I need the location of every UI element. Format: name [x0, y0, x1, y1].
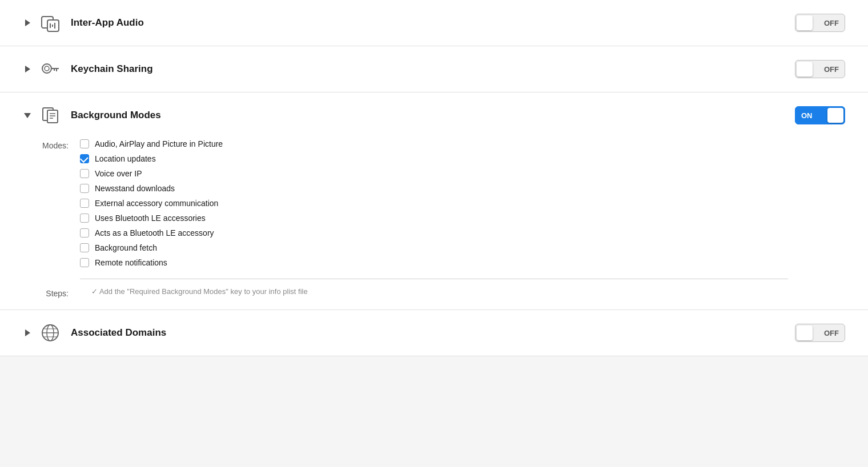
inter-app-audio-row: Inter-App Audio OFF — [0, 0, 868, 46]
toggle-label: OFF — [824, 329, 839, 337]
steps-section: Steps: ✓ Add the "Required Background Mo… — [23, 287, 845, 298]
keychain-sharing-label: Keychain Sharing — [71, 63, 795, 75]
audio-airplay-checkbox[interactable] — [80, 139, 89, 148]
background-modes-icon — [38, 103, 63, 128]
toggle-label: OFF — [824, 19, 839, 27]
keychain-sharing-toggle[interactable]: OFF — [795, 60, 845, 78]
steps-text: ✓ Add the "Required Background Modes" ke… — [91, 287, 308, 296]
inter-app-audio-icon — [38, 10, 63, 35]
background-modes-toggle-container: ON — [795, 106, 845, 124]
bluetooth-le-accessory-label: Acts as a Bluetooth LE accessory — [95, 228, 214, 237]
voice-over-ip-checkbox[interactable] — [80, 169, 89, 178]
newsstand-downloads-checkbox[interactable] — [80, 184, 89, 193]
list-item[interactable]: Audio, AirPlay and Picture in Picture — [80, 139, 223, 148]
background-modes-toggle[interactable]: ON — [795, 106, 845, 124]
associated-domains-chevron[interactable] — [23, 328, 32, 337]
toggle-thumb — [797, 15, 813, 30]
toggle-label: OFF — [824, 65, 839, 74]
capabilities-list: Inter-App Audio OFF Keychain Sharing — [0, 0, 868, 356]
modes-section: Modes: Audio, AirPlay and Picture in Pic… — [23, 139, 845, 267]
bluetooth-le-accessories-checkbox[interactable] — [80, 214, 89, 223]
modes-label: Modes: — [23, 139, 69, 150]
remote-notifications-label: Remote notifications — [95, 258, 167, 267]
keychain-sharing-chevron[interactable] — [23, 65, 32, 74]
keychain-sharing-icon — [38, 57, 63, 82]
steps-label: Steps: — [23, 287, 69, 298]
voice-over-ip-label: Voice over IP — [95, 169, 142, 178]
bluetooth-le-accessory-checkbox[interactable] — [80, 228, 89, 237]
background-modes-expanded: Modes: Audio, AirPlay and Picture in Pic… — [0, 134, 868, 310]
list-item[interactable]: Background fetch — [80, 243, 223, 252]
list-item[interactable]: Remote notifications — [80, 258, 223, 267]
inter-app-audio-toggle[interactable]: OFF — [795, 14, 845, 32]
background-modes-row: Background Modes ON — [0, 92, 868, 134]
external-accessory-checkbox[interactable] — [80, 199, 89, 208]
chevron-down-icon — [24, 113, 31, 118]
svg-point-5 — [42, 64, 51, 73]
associated-domains-row: Associated Domains OFF — [0, 310, 868, 356]
list-item[interactable]: Acts as a Bluetooth LE accessory — [80, 228, 223, 237]
inter-app-audio-chevron[interactable] — [23, 18, 32, 27]
list-item[interactable]: Voice over IP — [80, 169, 223, 178]
svg-rect-11 — [47, 110, 58, 123]
keychain-sharing-toggle-container: OFF — [795, 60, 845, 78]
list-item[interactable]: External accessory communication — [80, 199, 223, 208]
keychain-sharing-row: Keychain Sharing OFF — [0, 46, 868, 92]
associated-domains-toggle[interactable]: OFF — [795, 324, 845, 342]
svg-point-6 — [45, 66, 49, 71]
associated-domains-toggle-container: OFF — [795, 324, 845, 342]
toggle-thumb — [797, 325, 813, 340]
newsstand-downloads-label: Newsstand downloads — [95, 184, 175, 193]
location-updates-label: Location updates — [95, 154, 156, 163]
associated-domains-label: Associated Domains — [71, 327, 795, 339]
bluetooth-le-accessories-label: Uses Bluetooth LE accessories — [95, 214, 206, 223]
divider — [80, 279, 788, 279]
remote-notifications-checkbox[interactable] — [80, 258, 89, 267]
inter-app-audio-toggle-container: OFF — [795, 14, 845, 32]
background-fetch-checkbox[interactable] — [80, 243, 89, 252]
associated-domains-icon — [38, 320, 63, 345]
chevron-right-icon — [25, 329, 30, 336]
toggle-thumb — [797, 62, 813, 77]
list-item[interactable]: Newsstand downloads — [80, 184, 223, 193]
location-updates-checkbox[interactable] — [80, 154, 89, 163]
chevron-right-icon — [25, 19, 30, 26]
background-modes-chevron[interactable] — [23, 111, 32, 120]
list-item[interactable]: Uses Bluetooth LE accessories — [80, 214, 223, 223]
checkbox-list: Audio, AirPlay and Picture in Picture Lo… — [80, 139, 223, 267]
background-modes-label: Background Modes — [71, 110, 795, 121]
chevron-right-icon — [25, 66, 30, 73]
toggle-thumb — [827, 108, 843, 123]
audio-airplay-label: Audio, AirPlay and Picture in Picture — [95, 139, 223, 148]
inter-app-audio-label: Inter-App Audio — [71, 17, 795, 29]
toggle-label: ON — [801, 111, 813, 120]
list-item[interactable]: Location updates — [80, 154, 223, 163]
external-accessory-label: External accessory communication — [95, 199, 218, 208]
background-fetch-label: Background fetch — [95, 243, 157, 252]
